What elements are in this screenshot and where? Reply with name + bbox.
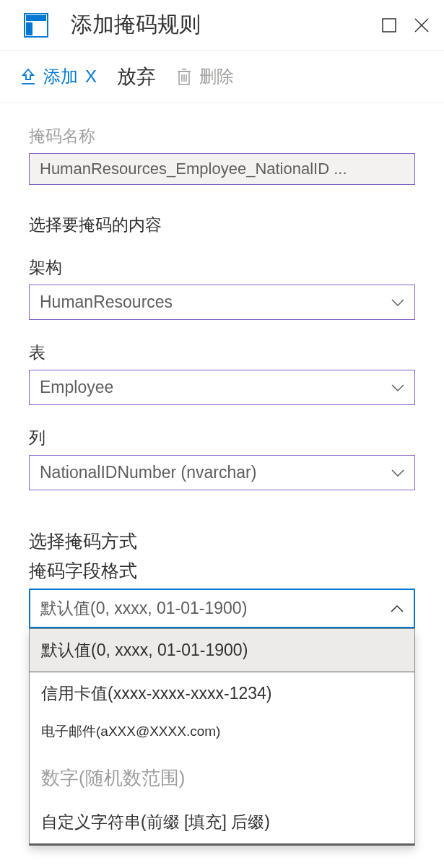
toolbar: 添加 X 放弃 删除	[0, 51, 444, 103]
delete-button: 删除	[176, 65, 234, 88]
upload-icon	[20, 68, 36, 85]
chevron-up-icon	[391, 605, 404, 612]
panel-icon	[23, 12, 49, 38]
column-group: 列 NationalIDNumber (nvarchar)	[29, 427, 415, 490]
discard-label: 放弃	[117, 64, 156, 90]
column-select[interactable]: NationalIDNumber (nvarchar)	[29, 455, 415, 490]
form-content: 掩码名称 HumanResources_Employee_NationalID …	[0, 103, 444, 650]
add-button[interactable]: 添加 X	[20, 65, 97, 88]
panel-header: 添加掩码规则	[0, 0, 444, 51]
window-controls	[382, 17, 430, 33]
format-select[interactable]: 默认值(0, xxxx, 01-01-1900)	[29, 589, 415, 628]
svg-rect-2	[26, 22, 32, 35]
discard-button[interactable]: 放弃	[117, 64, 156, 90]
schema-value: HumanResources	[40, 292, 173, 312]
mask-format-label: 掩码字段格式	[29, 559, 415, 583]
delete-label: 删除	[199, 65, 234, 88]
column-label: 列	[29, 427, 415, 449]
format-dropdown: 默认值(0, xxxx, 01-01-1900) 默认值(0, xxxx, 01…	[29, 589, 415, 628]
table-label: 表	[29, 342, 415, 364]
option-custom[interactable]: 自定义字符串(前缀 [填充] 后缀)	[30, 801, 414, 843]
mask-name-input: HumanResources_Employee_NationalID ...	[29, 153, 415, 185]
schema-label: 架构	[29, 256, 415, 279]
select-content-label: 选择要掩码的内容	[29, 214, 415, 236]
chevron-down-icon	[391, 384, 404, 391]
option-email[interactable]: 电子邮件(aXXX@XXXX.com)	[30, 715, 414, 748]
mask-name-label: 掩码名称	[29, 125, 415, 147]
column-value: NationalIDNumber (nvarchar)	[40, 463, 256, 482]
table-value: Employee	[40, 378, 113, 397]
svg-rect-1	[26, 15, 46, 21]
option-number[interactable]: 数字(随机数范围)	[30, 748, 414, 801]
table-select[interactable]: Employee	[29, 370, 415, 405]
format-options-list: 默认值(0, xxxx, 01-01-1900) 信用卡值(xxxx-xxxx-…	[29, 628, 415, 846]
panel-title: 添加掩码规则	[71, 10, 382, 40]
add-label: 添加	[43, 65, 78, 88]
maximize-icon[interactable]	[382, 18, 396, 32]
chevron-down-icon	[391, 299, 404, 306]
format-value: 默认值(0, xxxx, 01-01-1900)	[40, 597, 247, 620]
add-x: X	[85, 66, 97, 87]
schema-group: 架构 HumanResources	[29, 256, 415, 320]
svg-rect-3	[383, 19, 396, 32]
schema-select[interactable]: HumanResources	[29, 285, 415, 320]
select-method-label: 选择掩码方式	[29, 529, 415, 553]
option-default[interactable]: 默认值(0, xxxx, 01-01-1900)	[30, 629, 414, 672]
table-group: 表 Employee	[29, 342, 415, 405]
mask-name-group: 掩码名称 HumanResources_Employee_NationalID …	[29, 125, 415, 185]
close-icon[interactable]	[414, 17, 430, 33]
chevron-down-icon	[391, 469, 404, 477]
trash-icon	[176, 67, 192, 86]
option-creditcard[interactable]: 信用卡值(xxxx-xxxx-xxxx-1234)	[30, 672, 414, 715]
